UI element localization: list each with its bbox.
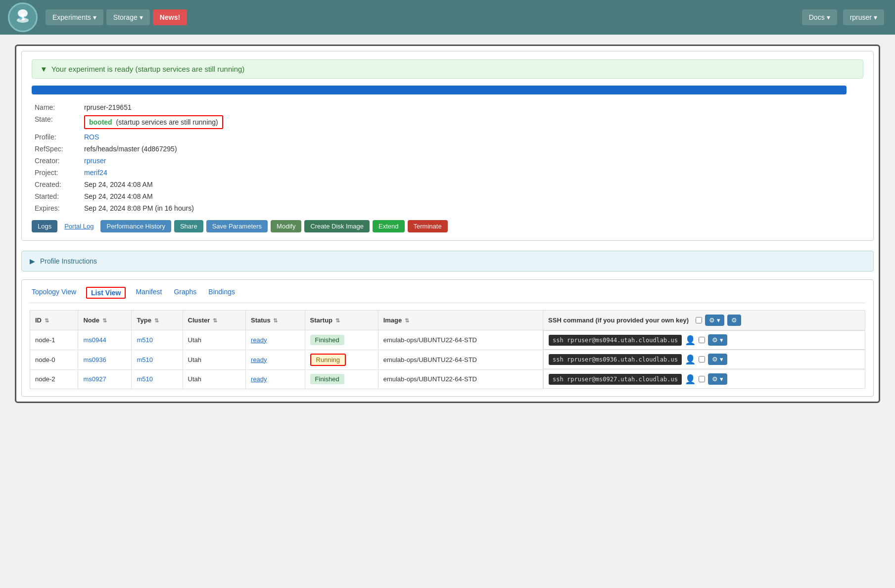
header-row: ID ⇅ Node ⇅ Type ⇅ Cluster <box>30 311 865 330</box>
experiments-menu-button[interactable]: Experiments ▾ <box>46 9 103 25</box>
ssh-command-0[interactable]: ssh rpruser@ms0944.utah.cloudlab.us <box>549 335 682 346</box>
creator-link[interactable]: rpruser <box>84 157 106 165</box>
news-button[interactable]: News! <box>153 9 187 25</box>
share-button[interactable]: Share <box>174 220 203 232</box>
cell-image-2: emulab-ops/UBUNTU22-64-STD <box>378 369 543 389</box>
cell-ssh-1: ssh rpruser@ms0936.utah.cloudlab.us 👤 ⚙ … <box>543 350 865 369</box>
th-startup: Startup ⇅ <box>305 311 378 330</box>
cell-ssh-2: ssh rpruser@ms0927.utah.cloudlab.us 👤 ⚙ … <box>543 369 865 389</box>
row-checkbox-2[interactable] <box>699 376 705 382</box>
th-image-sort-icon[interactable]: ⇅ <box>405 317 409 323</box>
node-link-1[interactable]: ms0936 <box>83 356 106 363</box>
docs-label: Docs <box>809 13 825 21</box>
state-suffix-text: (startup services are still running) <box>116 118 218 126</box>
docs-chevron-icon: ▾ <box>827 13 830 21</box>
th-settings-button[interactable]: ⚙ <box>727 315 741 326</box>
storage-menu-button[interactable]: Storage ▾ <box>106 9 150 25</box>
th-node-sort-icon[interactable]: ⇅ <box>102 317 107 323</box>
terminate-button[interactable]: Terminate <box>408 220 448 232</box>
table-row: node-1 ms0944 m510 Utah ready Finished e… <box>30 330 865 350</box>
cell-startup-1: Running <box>305 350 378 369</box>
modify-button[interactable]: Modify <box>271 220 301 232</box>
person-icon-0[interactable]: 👤 <box>685 335 696 346</box>
tab-topology-view[interactable]: Topology View <box>30 287 78 299</box>
status-ready-0[interactable]: ready <box>251 336 267 344</box>
cell-status-2: ready <box>246 369 305 389</box>
svg-point-3 <box>19 17 22 20</box>
state-label: State: <box>32 113 81 131</box>
refspec-row: RefSpec: refs/heads/master (4d867295) <box>32 143 863 155</box>
th-id: ID ⇅ <box>30 311 78 330</box>
create-disk-image-button[interactable]: Create Disk Image <box>304 220 370 232</box>
node-link-0[interactable]: ms0944 <box>83 336 106 344</box>
row-checkbox-0[interactable] <box>699 337 705 343</box>
profile-instructions-label: Profile Instructions <box>40 257 97 265</box>
extend-button[interactable]: Extend <box>373 220 404 232</box>
project-value-cell: merif24 <box>81 167 863 179</box>
cell-type-1: m510 <box>132 350 183 369</box>
profile-instructions[interactable]: ▶ Profile Instructions <box>21 251 874 271</box>
th-id-label: ID <box>35 317 42 324</box>
cell-image-1: emulab-ops/UBUNTU22-64-STD <box>378 350 543 369</box>
th-select-all-checkbox[interactable] <box>696 317 702 323</box>
row-gear-button-1[interactable]: ⚙ ▾ <box>708 354 727 365</box>
save-parameters-button[interactable]: Save Parameters <box>206 220 268 232</box>
state-highlight-box: booted (startup services are still runni… <box>84 115 223 129</box>
navbar: Experiments ▾ Storage ▾ News! Docs ▾ rpr… <box>0 0 895 35</box>
user-chevron-icon: ▾ <box>874 13 877 21</box>
status-ready-2[interactable]: ready <box>251 375 267 383</box>
ssh-command-1[interactable]: ssh rpruser@ms0936.utah.cloudlab.us <box>549 354 682 365</box>
th-status-sort-icon[interactable]: ⇅ <box>273 317 278 323</box>
profile-link[interactable]: ROS <box>84 133 99 141</box>
ssh-command-2[interactable]: ssh rpruser@ms0927.utah.cloudlab.us <box>549 374 682 385</box>
cell-startup-2: Finished <box>305 369 378 389</box>
portal-log-link[interactable]: Portal Log <box>60 220 97 232</box>
startup-badge-1: Running <box>310 354 346 366</box>
app-logo <box>8 2 38 32</box>
started-label: Started: <box>32 190 81 202</box>
person-icon-2[interactable]: 👤 <box>685 374 696 385</box>
cell-cluster-0: Utah <box>183 330 246 350</box>
tab-list-view[interactable]: List View <box>86 287 126 299</box>
name-row: Name: rpruser-219651 <box>32 101 863 113</box>
tab-manifest[interactable]: Manifest <box>134 287 164 299</box>
name-value: rpruser-219651 <box>81 101 863 113</box>
refspec-value: refs/heads/master (4d867295) <box>81 143 863 155</box>
th-cluster-sort-icon[interactable]: ⇅ <box>213 317 217 323</box>
docs-menu-button[interactable]: Docs ▾ <box>802 9 837 25</box>
row-gear-button-0[interactable]: ⚙ ▾ <box>708 334 727 346</box>
status-ready-1[interactable]: ready <box>251 356 267 363</box>
ready-banner: ▼ Your experiment is ready (startup serv… <box>32 59 863 79</box>
content-border: ▼ Your experiment is ready (startup serv… <box>15 45 880 403</box>
tab-bindings[interactable]: Bindings <box>206 287 237 299</box>
cell-startup-0: Finished <box>305 330 378 350</box>
ready-chevron-icon: ▼ <box>40 65 47 73</box>
row-gear-button-2[interactable]: ⚙ ▾ <box>708 373 727 385</box>
tab-graphs[interactable]: Graphs <box>172 287 198 299</box>
type-link-2[interactable]: m510 <box>137 375 153 383</box>
project-row: Project: merif24 <box>32 167 863 179</box>
type-link-0[interactable]: m510 <box>137 336 153 344</box>
created-row: Created: Sep 24, 2024 4:08 AM <box>32 179 863 190</box>
type-link-1[interactable]: m510 <box>137 356 153 363</box>
cell-id-0: node-1 <box>30 330 78 350</box>
person-icon-1[interactable]: 👤 <box>685 354 696 365</box>
created-label: Created: <box>32 179 81 190</box>
performance-history-button[interactable]: Performance History <box>100 220 171 232</box>
row-checkbox-1[interactable] <box>699 356 705 362</box>
main-content: ▼ Your experiment is ready (startup serv… <box>0 35 895 413</box>
th-node: Node ⇅ <box>78 311 132 330</box>
node-link-2[interactable]: ms0927 <box>83 375 106 383</box>
th-type-sort-icon[interactable]: ⇅ <box>154 317 159 323</box>
tab-list: Topology View List View Manifest Graphs … <box>30 287 865 303</box>
th-ssh-content: SSH command (if you provided your own ke… <box>548 315 860 326</box>
started-row: Started: Sep 24, 2024 4:08 AM <box>32 190 863 202</box>
cell-status-1: ready <box>246 350 305 369</box>
th-startup-sort-icon[interactable]: ⇅ <box>335 317 340 323</box>
th-gear-button[interactable]: ⚙ ▾ <box>705 315 724 326</box>
user-menu-button[interactable]: rpruser ▾ <box>843 9 884 25</box>
storage-chevron-icon: ▾ <box>140 13 143 21</box>
th-id-sort-icon[interactable]: ⇅ <box>45 317 49 323</box>
project-link[interactable]: merif24 <box>84 169 107 177</box>
logs-button[interactable]: Logs <box>32 220 57 232</box>
